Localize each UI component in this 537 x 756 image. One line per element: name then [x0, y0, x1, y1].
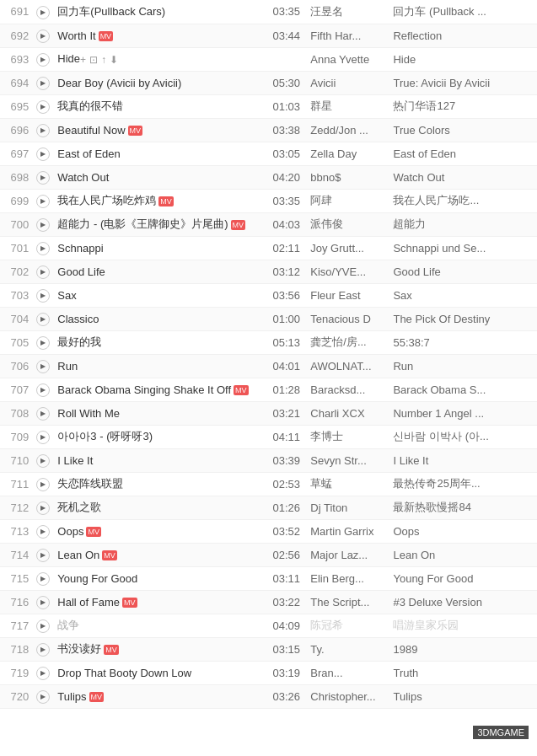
play-button[interactable]: ▶	[32, 378, 54, 401]
table-row[interactable]: 711 ▶ 失恋阵线联盟 02:53 草蜢 最热传奇25周年...	[0, 472, 537, 496]
play-button[interactable]: ▶	[32, 637, 54, 661]
play-icon[interactable]: ▶	[36, 690, 50, 704]
play-icon[interactable]: ▶	[36, 265, 50, 279]
table-row[interactable]: 698 ▶ Watch Out 04:20 bbno$ Watch Out	[0, 165, 537, 189]
table-row[interactable]: 703 ▶ Sax 03:56 Fleur East Sax	[0, 283, 537, 307]
play-button[interactable]: ▶	[32, 142, 54, 165]
play-button[interactable]: ▶	[32, 566, 54, 590]
play-button[interactable]: ▶	[32, 283, 54, 307]
play-icon[interactable]: ▶	[36, 29, 50, 43]
table-row[interactable]: 693 ▶ Hide + ⊡ ↑ ⬇ Anna Yvette Hide	[0, 47, 537, 71]
play-button[interactable]: ▶	[32, 448, 54, 472]
mv-icon[interactable]: MV	[122, 598, 137, 608]
mv-icon[interactable]: MV	[99, 31, 114, 41]
play-button[interactable]: ▶	[32, 354, 54, 378]
play-icon[interactable]: ▶	[36, 289, 50, 303]
table-row[interactable]: 691 ▶ 回力车(Pullback Cars) 03:35 汪昱名 回力车 (…	[0, 0, 537, 24]
table-row[interactable]: 720 ▶ TulipsMV 03:26 Christopher... Tuli…	[0, 684, 537, 708]
mv-icon[interactable]: MV	[128, 126, 143, 136]
table-row[interactable]: 701 ▶ Schnappi 02:11 Joy Grutt... Schnap…	[0, 236, 537, 260]
mv-icon[interactable]: MV	[234, 385, 249, 395]
play-button[interactable]: ▶	[32, 165, 54, 189]
play-icon[interactable]: ▶	[36, 431, 50, 444]
play-button[interactable]: ▶	[32, 47, 54, 71]
play-button[interactable]: ▶	[32, 590, 54, 614]
download-icon[interactable]: ⬇	[110, 54, 118, 66]
mv-icon[interactable]: MV	[104, 645, 119, 655]
table-row[interactable]: 710 ▶ I Like It 03:39 Sevyn Str... I Lik…	[0, 448, 537, 472]
play-button[interactable]: ▶	[32, 94, 54, 118]
table-row[interactable]: 719 ▶ Drop That Booty Down Low 03:19 Bra…	[0, 661, 537, 684]
play-icon[interactable]: ▶	[36, 242, 50, 255]
play-button[interactable]: ▶	[32, 684, 54, 708]
mv-icon[interactable]: MV	[89, 692, 105, 702]
play-button[interactable]: ▶	[32, 401, 54, 425]
play-icon[interactable]: ▶	[36, 147, 50, 161]
play-icon[interactable]: ▶	[36, 336, 50, 350]
play-icon[interactable]: ▶	[36, 77, 50, 90]
table-row[interactable]: 716 ▶ Hall of FameMV 03:22 The Script...…	[0, 590, 537, 614]
play-icon[interactable]: ▶	[36, 643, 50, 657]
play-icon[interactable]: ▶	[36, 572, 50, 586]
play-icon[interactable]: ▶	[36, 667, 50, 680]
play-icon[interactable]: ▶	[36, 218, 50, 232]
table-row[interactable]: 715 ▶ Young For Good 03:11 Elin Berg... …	[0, 566, 537, 590]
play-button[interactable]: ▶	[32, 0, 54, 24]
play-button[interactable]: ▶	[32, 425, 54, 448]
table-row[interactable]: 700 ▶ 超能力 - (电影《王牌御史》片尾曲)MV 04:03 派伟俊 超能…	[0, 212, 537, 236]
play-button[interactable]: ▶	[32, 472, 54, 496]
play-button[interactable]: ▶	[32, 307, 54, 330]
play-icon[interactable]: ▶	[36, 313, 50, 326]
table-row[interactable]: 702 ▶ Good Life 03:12 Kiso/YVE... Good L…	[0, 260, 537, 283]
play-icon[interactable]: ▶	[36, 549, 50, 562]
play-icon[interactable]: ▶	[36, 525, 50, 539]
mv-icon[interactable]: MV	[86, 527, 101, 537]
table-row[interactable]: 704 ▶ Classico 01:00 Tenacious D The Pic…	[0, 307, 537, 330]
play-button[interactable]: ▶	[32, 189, 54, 212]
play-icon[interactable]: ▶	[36, 596, 50, 609]
table-row[interactable]: 705 ▶ 最好的我 05:13 龚芝怡/房... 55:38:7	[0, 330, 537, 354]
play-button[interactable]: ▶	[32, 260, 54, 283]
play-button[interactable]: ▶	[32, 496, 54, 519]
play-icon[interactable]: ▶	[36, 124, 50, 137]
play-button[interactable]: ▶	[32, 118, 54, 142]
table-row[interactable]: 699 ▶ 我在人民广场吃炸鸡MV 03:35 阿肆 我在人民广场吃...	[0, 189, 537, 212]
play-icon[interactable]: ▶	[36, 454, 50, 468]
mv-icon[interactable]: MV	[102, 550, 117, 560]
add-icon[interactable]: +	[80, 54, 86, 66]
play-icon[interactable]: ▶	[36, 53, 50, 67]
table-row[interactable]: 707 ▶ Barack Obama Singing Shake It OffM…	[0, 378, 537, 401]
play-button[interactable]: ▶	[32, 543, 54, 566]
play-icon[interactable]: ▶	[36, 360, 50, 373]
table-row[interactable]: 694 ▶ Dear Boy (Avicii by Avicii) 05:30 …	[0, 71, 537, 94]
play-button[interactable]: ▶	[32, 330, 54, 354]
play-icon[interactable]: ▶	[36, 171, 50, 185]
play-button[interactable]: ▶	[32, 24, 54, 47]
play-button[interactable]: ▶	[32, 614, 54, 637]
table-row[interactable]: 714 ▶ Lean OnMV 02:56 Major Laz... Lean …	[0, 543, 537, 566]
table-row[interactable]: 697 ▶ East of Eden 03:05 Zella Day East …	[0, 142, 537, 165]
table-row[interactable]: 695 ▶ 我真的很不错 01:03 群星 热门华语127	[0, 94, 537, 118]
folder-icon[interactable]: ⊡	[89, 54, 98, 66]
table-row[interactable]: 712 ▶ 死机之歌 01:26 Dj Titon 最新热歌慢摇84	[0, 496, 537, 519]
play-icon[interactable]: ▶	[36, 100, 50, 114]
table-row[interactable]: 713 ▶ OopsMV 03:52 Martin Garrix Oops	[0, 519, 537, 543]
play-icon[interactable]: ▶	[36, 195, 50, 208]
mv-icon[interactable]: MV	[158, 196, 174, 206]
play-icon[interactable]: ▶	[36, 501, 50, 515]
play-button[interactable]: ▶	[32, 71, 54, 94]
table-row[interactable]: 718 ▶ 书没读好MV 03:15 Ty. 1989	[0, 637, 537, 661]
play-icon[interactable]: ▶	[36, 383, 50, 397]
table-row[interactable]: 706 ▶ Run 04:01 AWOLNAT... Run	[0, 354, 537, 378]
play-icon[interactable]: ▶	[36, 478, 50, 491]
play-button[interactable]: ▶	[32, 661, 54, 684]
play-button[interactable]: ▶	[32, 236, 54, 260]
play-button[interactable]: ▶	[32, 519, 54, 543]
table-row[interactable]: 709 ▶ 아아아3 - (呀呀呀3) 04:11 李博士 신바람 이박사 (아…	[0, 425, 537, 448]
play-icon[interactable]: ▶	[36, 407, 50, 421]
play-icon[interactable]: ▶	[36, 6, 50, 19]
table-row[interactable]: 708 ▶ Roll With Me 03:21 Charli XCX Numb…	[0, 401, 537, 425]
table-row[interactable]: 717 ▶ 战争 04:09 陈冠希 唱游皇家乐园	[0, 614, 537, 637]
share-icon[interactable]: ↑	[101, 54, 106, 66]
mv-icon[interactable]: MV	[231, 220, 246, 230]
